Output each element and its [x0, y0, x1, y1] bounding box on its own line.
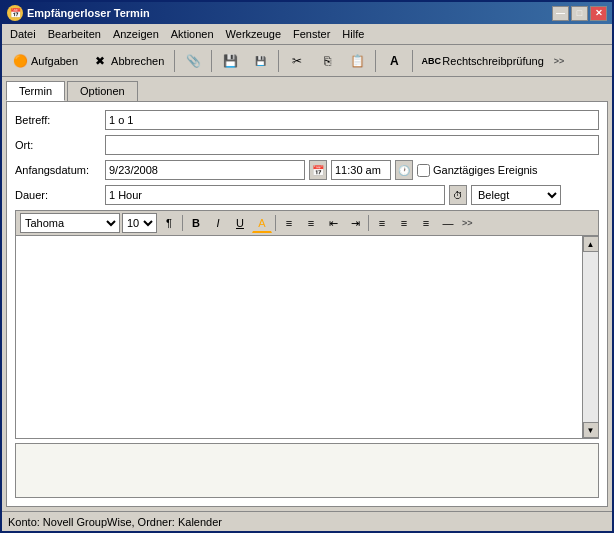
- note-area[interactable]: [15, 443, 599, 498]
- status-bar: Konto: Novell GroupWise, Ordner: Kalende…: [2, 511, 612, 531]
- date-input[interactable]: [105, 160, 305, 180]
- align-center-button[interactable]: ≡: [394, 213, 414, 233]
- size-select[interactable]: 10 12: [122, 213, 157, 233]
- fmt-sep-1: [182, 215, 183, 231]
- formatting-bar: Tahoma Arial 10 12 ¶ B I U A ≡ ≡ ⇤ ⇥ ≡ ≡…: [15, 210, 599, 235]
- date-row: 📅 🕐 Ganztägiges Ereignis: [105, 160, 538, 180]
- dauer-picker-button[interactable]: ⏱: [449, 185, 467, 205]
- time-input[interactable]: [331, 160, 391, 180]
- anfangsdatum-label: Anfangsdatum:: [15, 164, 105, 176]
- copy-button[interactable]: ⎘: [313, 48, 341, 74]
- dauer-label: Dauer:: [15, 189, 105, 201]
- scroll-up-arrow[interactable]: ▲: [583, 236, 599, 252]
- toolbar-sep-1: [174, 50, 175, 72]
- toolbar-more[interactable]: >>: [552, 56, 567, 66]
- underline-button[interactable]: U: [230, 213, 250, 233]
- ort-input[interactable]: [105, 135, 599, 155]
- abbrechen-button[interactable]: ✖ Abbrechen: [86, 48, 170, 74]
- toolbar-sep-4: [375, 50, 376, 72]
- ganztaegig-checkbox[interactable]: [417, 164, 430, 177]
- title-bar-left: 📅 Empfängerloser Termin: [7, 5, 150, 21]
- maximize-button[interactable]: □: [571, 6, 588, 21]
- ort-label: Ort:: [15, 139, 105, 151]
- font-select[interactable]: Tahoma Arial: [20, 213, 120, 233]
- abbrechen-icon: ✖: [92, 53, 108, 69]
- aufgaben-icon: 🟠: [12, 53, 28, 69]
- dauer-row: Dauer: ⏱ Belegt Frei Abwesend Tentativ: [15, 185, 599, 205]
- menu-fenster[interactable]: Fenster: [287, 26, 336, 42]
- close-button[interactable]: ✕: [590, 6, 607, 21]
- text-area-container: ▲ ▼: [15, 235, 599, 439]
- status-text: Konto: Novell GroupWise, Ordner: Kalende…: [8, 516, 222, 528]
- toolbar-sep-3: [278, 50, 279, 72]
- betreff-input[interactable]: [105, 110, 599, 130]
- tab-optionen[interactable]: Optionen: [67, 81, 138, 101]
- align-left-button[interactable]: ≡: [372, 213, 392, 233]
- tab-content-termin: Betreff: Ort: Anfangsdatum: 📅 🕐 Ganztägi…: [6, 101, 608, 507]
- ganztaegig-text: Ganztägiges Ereignis: [433, 164, 538, 176]
- paragraph-button[interactable]: ¶: [159, 213, 179, 233]
- italic-button[interactable]: I: [208, 213, 228, 233]
- align-right-button[interactable]: ≡: [416, 213, 436, 233]
- fmt-sep-2: [275, 215, 276, 231]
- paste-button[interactable]: 📋: [343, 48, 371, 74]
- spell-button[interactable]: ABC Rechtschreibprüfung: [417, 48, 550, 74]
- tabs-bar: Termin Optionen: [2, 77, 612, 101]
- menu-werkzeuge[interactable]: Werkzeuge: [220, 26, 287, 42]
- font-button[interactable]: A: [380, 48, 408, 74]
- toolbar: 🟠 Aufgaben ✖ Abbrechen 📎 💾 💾 ✂ ⎘ 📋: [2, 45, 612, 77]
- bullet-list-button[interactable]: ≡: [279, 213, 299, 233]
- status-select[interactable]: Belegt Frei Abwesend Tentativ: [471, 185, 561, 205]
- dauer-input[interactable]: [105, 185, 445, 205]
- betreff-label: Betreff:: [15, 114, 105, 126]
- save2-button[interactable]: 💾: [246, 48, 274, 74]
- anfangsdatum-row: Anfangsdatum: 📅 🕐 Ganztägiges Ereignis: [15, 160, 599, 180]
- toolbar-sep-2: [211, 50, 212, 72]
- menu-bar: Datei Bearbeiten Anzeigen Aktionen Werkz…: [2, 24, 612, 45]
- paste-icon: 📋: [349, 53, 365, 69]
- bold-button[interactable]: B: [186, 213, 206, 233]
- fmt-sep-3: [368, 215, 369, 231]
- cut-button[interactable]: ✂: [283, 48, 311, 74]
- save-button[interactable]: 💾: [216, 48, 244, 74]
- attach-button[interactable]: 📎: [179, 48, 207, 74]
- formatting-more[interactable]: >>: [460, 218, 475, 228]
- body-textarea[interactable]: [16, 236, 582, 438]
- attach-icon: 📎: [185, 53, 201, 69]
- menu-hilfe[interactable]: Hilfe: [336, 26, 370, 42]
- color-button[interactable]: A: [252, 213, 272, 233]
- scroll-down-arrow[interactable]: ▼: [583, 422, 599, 438]
- spell-icon: ABC: [423, 53, 439, 69]
- window-icon: 📅: [7, 5, 23, 21]
- numbered-list-button[interactable]: ≡: [301, 213, 321, 233]
- main-window: 📅 Empfängerloser Termin — □ ✕ Datei Bear…: [0, 0, 614, 533]
- title-buttons: — □ ✕: [552, 6, 607, 21]
- indent-button[interactable]: ⇥: [345, 213, 365, 233]
- spell-label: Rechtschreibprüfung: [442, 55, 544, 67]
- aufgaben-button[interactable]: 🟠 Aufgaben: [6, 48, 84, 74]
- calendar-button[interactable]: 📅: [309, 160, 327, 180]
- scroll-track: [583, 252, 598, 422]
- menu-aktionen[interactable]: Aktionen: [165, 26, 220, 42]
- abbrechen-label: Abbrechen: [111, 55, 164, 67]
- menu-bearbeiten[interactable]: Bearbeiten: [42, 26, 107, 42]
- tab-termin[interactable]: Termin: [6, 81, 65, 101]
- menu-datei[interactable]: Datei: [4, 26, 42, 42]
- vertical-scrollbar[interactable]: ▲ ▼: [582, 236, 598, 438]
- outdent-button[interactable]: ⇤: [323, 213, 343, 233]
- save2-icon: 💾: [252, 53, 268, 69]
- cut-icon: ✂: [289, 53, 305, 69]
- font-icon: A: [386, 53, 402, 69]
- menu-anzeigen[interactable]: Anzeigen: [107, 26, 165, 42]
- line-button[interactable]: —: [438, 213, 458, 233]
- title-bar: 📅 Empfängerloser Termin — □ ✕: [2, 2, 612, 24]
- toolbar-sep-5: [412, 50, 413, 72]
- ganztaegig-label: Ganztägiges Ereignis: [417, 164, 538, 177]
- time-picker-button[interactable]: 🕐: [395, 160, 413, 180]
- aufgaben-label: Aufgaben: [31, 55, 78, 67]
- ort-row: Ort:: [15, 135, 599, 155]
- dauer-controls: ⏱ Belegt Frei Abwesend Tentativ: [105, 185, 561, 205]
- copy-icon: ⎘: [319, 53, 335, 69]
- minimize-button[interactable]: —: [552, 6, 569, 21]
- window-title: Empfängerloser Termin: [27, 7, 150, 19]
